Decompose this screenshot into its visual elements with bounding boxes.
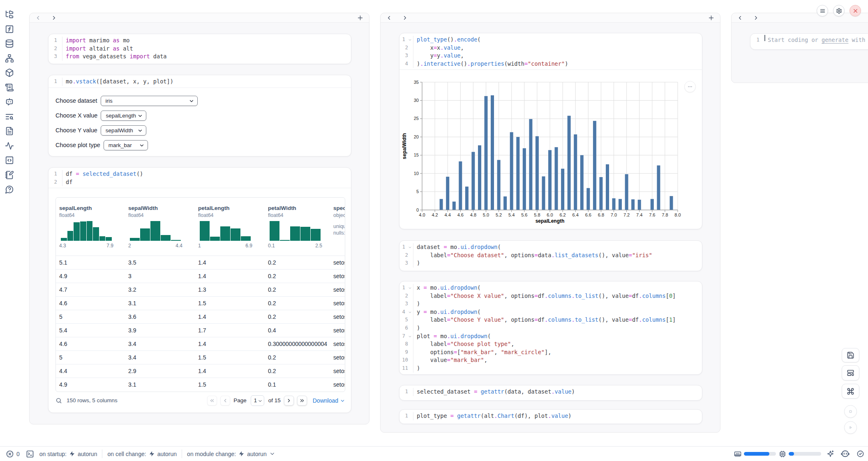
column-right-icon[interactable]	[402, 15, 408, 21]
column-histogram[interactable]	[61, 221, 112, 241]
table-row[interactable]: 4.63.41.40.30000000000000004setosa	[56, 337, 345, 351]
column-left-icon[interactable]	[35, 15, 41, 21]
code-line[interactable]: 4).interactive().properties(width="conta…	[399, 60, 702, 68]
code-editor-selected-dataset[interactable]: 1selected_dataset = getattr(data, datase…	[399, 385, 702, 398]
copilot-button[interactable]	[840, 449, 850, 459]
code-line[interactable]: 3)	[399, 259, 702, 267]
code-line[interactable]: 11)	[399, 364, 702, 373]
cell-selected-dataset[interactable]: 1selected_dataset = getattr(data, datase…	[399, 385, 702, 401]
next-page-button[interactable]	[284, 396, 294, 406]
terminal-button[interactable]	[26, 450, 34, 458]
table-column-header[interactable]: petalWidthfloat640.12.5	[265, 198, 331, 256]
sidebar-item-search-logs[interactable]	[5, 112, 14, 121]
run-button[interactable]	[844, 421, 857, 434]
sidebar-item-logs[interactable]	[5, 83, 14, 92]
column-histogram[interactable]	[270, 221, 321, 241]
sidebar-item-variables[interactable]	[5, 25, 14, 34]
code-line[interactable]: 1dataset = mo.ui.dropdown(	[399, 243, 702, 251]
dropdown-choose-dataset[interactable]: iris	[101, 96, 198, 106]
code-line[interactable]: 1plot_type().encode(	[399, 36, 702, 44]
code-line[interactable]: 8 label="Choose plot type",	[399, 340, 702, 348]
cell-imports[interactable]: 1import marimo as mo2import altair as al…	[48, 34, 351, 64]
code-line[interactable]: 10 value="mark_bar",	[399, 356, 702, 364]
layout-button[interactable]	[842, 365, 859, 380]
column-histogram[interactable]	[130, 221, 181, 241]
download-button[interactable]: Download	[313, 397, 345, 404]
shutdown-button[interactable]	[850, 5, 861, 16]
code-line[interactable]: 1df = selected_dataset()	[48, 170, 351, 178]
on-startup-setting[interactable]: on startup: autorun	[39, 451, 97, 457]
code-line[interactable]: 3from vega_datasets import data	[48, 53, 351, 61]
cell-vstack[interactable]: 1mo.vstack([dataset, x, y, plot]) Choose…	[48, 75, 351, 157]
column-left-icon[interactable]	[386, 15, 392, 21]
cell-xyplot-dropdowns[interactable]: 1x = mo.ui.dropdown(2 label="Choose X va…	[399, 281, 702, 375]
table-row[interactable]: 4.42.91.40.2setosa	[56, 364, 345, 378]
stop-button[interactable]	[844, 405, 857, 418]
table-row[interactable]: 5.43.91.70.4setosa	[56, 324, 345, 337]
code-editor-xyplot[interactable]: 1x = mo.ui.dropdown(2 label="Choose X va…	[399, 281, 702, 374]
fold-icon[interactable]	[408, 309, 412, 316]
sidebar-item-help[interactable]	[5, 185, 14, 194]
code-line[interactable]: 2 label="Choose dataset", options=data.l…	[399, 251, 702, 260]
table-row[interactable]: 53.41.50.2setosa	[56, 351, 345, 364]
sidebar-item-data-sources[interactable]	[5, 39, 14, 48]
code-editor-imports[interactable]: 1import marimo as mo2import altair as al…	[48, 34, 351, 62]
code-editor-empty[interactable]: 1 Start coding or generate with AI.	[750, 34, 868, 46]
last-page-button[interactable]	[297, 396, 307, 406]
table-column-header[interactable]: sepalWidthfloat6424.4	[125, 198, 195, 256]
previous-page-button[interactable]	[220, 396, 230, 406]
table-row[interactable]: 4.63.11.50.2setosa	[56, 297, 345, 310]
code-line[interactable]: 6)	[399, 324, 702, 332]
code-line[interactable]: 5 label="Choose Y value", options=df.col…	[399, 316, 702, 324]
code-editor-vstack[interactable]: 1mo.vstack([dataset, x, y, plot])	[48, 75, 351, 88]
cell-dataset-dropdown[interactable]: 1dataset = mo.ui.dropdown(2 label="Choos…	[399, 240, 702, 271]
cpu-indicator[interactable]	[779, 450, 786, 458]
code-line[interactable]: 1x = mo.ui.dropdown(	[399, 284, 702, 292]
on-cell-change-setting[interactable]: on cell change: autorun	[107, 451, 177, 457]
column-right-icon[interactable]	[753, 15, 759, 21]
dropdown-choose-x-value[interactable]: sepalLength	[101, 111, 146, 121]
table-column-header[interactable]: petalLengthfloat6416.9	[195, 198, 265, 256]
code-line[interactable]: 3 y=y.value,	[399, 52, 702, 60]
sidebar-item-scratchpad[interactable]	[5, 171, 14, 180]
dropdown-choose-y-value[interactable]: sepalWidth	[101, 125, 146, 136]
sidebar-item-snippets[interactable]	[5, 156, 14, 165]
table-row[interactable]: 4.93.11.50.1setosa	[56, 378, 345, 392]
menu-button[interactable]	[817, 5, 828, 16]
first-page-button[interactable]	[207, 396, 217, 406]
code-editor-df[interactable]: 1df = selected_dataset()2df	[48, 168, 351, 188]
column-right-icon[interactable]	[51, 15, 57, 21]
ai-assist-button[interactable]	[826, 450, 834, 458]
code-line[interactable]: 3)	[399, 300, 702, 308]
search-icon[interactable]	[55, 397, 62, 404]
code-editor-plot-type[interactable]: 1plot_type = getattr(alt.Chart(df), plot…	[399, 410, 702, 422]
sidebar-item-documentation[interactable]	[5, 127, 14, 136]
table-row[interactable]: 53.61.40.2setosa	[56, 310, 345, 324]
table-row[interactable]: 4.73.21.30.2setosa	[56, 283, 345, 297]
command-palette-button[interactable]	[842, 384, 859, 399]
settings-button[interactable]	[833, 5, 845, 16]
code-line[interactable]: 2import altair as alt	[48, 45, 351, 53]
sidebar-item-file-explorer[interactable]	[5, 10, 14, 19]
table-column-header[interactable]: speciesobjectunique: 3nulls: 0	[331, 198, 345, 256]
code-editor-dataset[interactable]: 1dataset = mo.ui.dropdown(2 label="Choos…	[399, 241, 702, 269]
code-line[interactable]: 1mo.vstack([dataset, x, y, plot])	[48, 78, 351, 86]
code-line[interactable]: 2 x=x.value,	[399, 44, 702, 52]
column-histogram[interactable]	[200, 221, 251, 241]
code-line[interactable]: 2 label="Choose X value", options=df.col…	[399, 292, 702, 300]
sidebar-item-packages[interactable]	[5, 68, 14, 77]
code-line[interactable]: 7plot = mo.ui.dropdown(	[399, 332, 702, 341]
table-column-header[interactable]: sepalLengthfloat644.37.9	[56, 198, 125, 256]
on-module-change-setting[interactable]: on module change: autorun	[187, 451, 275, 457]
connection-status[interactable]	[856, 450, 864, 458]
add-cell-icon[interactable]	[357, 14, 364, 21]
table-row[interactable]: 4.931.40.2setosa	[56, 270, 345, 283]
code-line[interactable]: 4y = mo.ui.dropdown(	[399, 308, 702, 316]
code-editor-plot[interactable]: 1plot_type().encode(2 x=x.value,3 y=y.va…	[399, 33, 702, 69]
fold-icon[interactable]	[408, 333, 412, 340]
code-line[interactable]: 9 options=["mark_bar", "mark_circle"],	[399, 348, 702, 357]
fold-icon[interactable]	[408, 284, 412, 292]
cell-empty[interactable]: 1 Start coding or generate with AI.	[750, 33, 868, 50]
sidebar-item-ai-chat[interactable]	[5, 97, 14, 106]
code-line[interactable]: 1import marimo as mo	[48, 37, 351, 45]
